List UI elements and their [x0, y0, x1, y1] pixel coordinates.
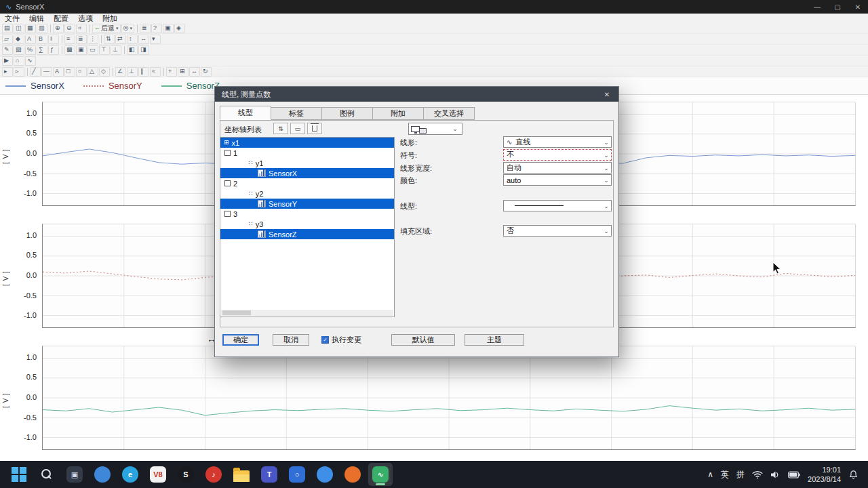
triangle-tool-button[interactable]: △ [87, 67, 98, 77]
angle-tool-button[interactable]: ∠ [115, 67, 126, 77]
sensorx-app[interactable]: ∿ [368, 463, 393, 486]
firefox-browser[interactable] [340, 463, 365, 486]
edge-browser[interactable]: e [118, 463, 142, 486]
menu-file[interactable]: 文件 [0, 14, 24, 23]
worksheet-button[interactable]: ▱ [2, 35, 13, 44]
approx-button[interactable]: ≈ [150, 67, 161, 77]
select-button[interactable]: ▸ [2, 67, 13, 77]
new-file-button[interactable]: ▤ [2, 24, 13, 33]
music-app[interactable]: ♪ [201, 463, 226, 486]
info-button[interactable]: ◈ [174, 24, 185, 33]
tree-item-sensorx[interactable]: SensorX [220, 168, 394, 178]
layers-button[interactable]: ▩ [64, 45, 75, 55]
back-button[interactable]: ←后退▾ [92, 24, 121, 33]
menu-options[interactable]: 选项 [73, 14, 98, 23]
zoom-box-button[interactable]: ⊞ [178, 67, 189, 77]
swap-button[interactable]: ⇄ [115, 35, 126, 44]
edit-pencil-button[interactable]: ✎ [2, 45, 13, 55]
pattern-button[interactable]: ▧ [14, 45, 24, 55]
lock-right-button[interactable]: ◨ [138, 45, 149, 55]
group-button[interactable]: ▣ [76, 45, 87, 55]
diamond-tool-button[interactable]: ◇ [99, 67, 110, 77]
help-button[interactable]: ? [151, 24, 162, 33]
rename-button[interactable]: ▭ [290, 123, 305, 134]
line-width-select[interactable]: 自动⌄ [503, 162, 612, 174]
tree-item-3[interactable]: 3 [220, 209, 394, 219]
pan-tool-button[interactable]: ↔ [189, 67, 200, 77]
crosshair-button[interactable]: + [166, 67, 177, 77]
text-tool-button[interactable]: A [53, 67, 64, 77]
pointer-tool-button[interactable]: ▶ [2, 56, 13, 66]
lasso-button[interactable]: ▹ [14, 67, 24, 77]
hline-tool-button[interactable]: — [41, 67, 52, 77]
font-button[interactable]: A [25, 35, 36, 44]
start-button[interactable] [7, 463, 31, 486]
align-bottom-button[interactable]: ⊥ [111, 45, 121, 55]
zoom-out-button[interactable]: ⊖ [64, 24, 75, 33]
language-indicator[interactable]: 英 [721, 469, 729, 481]
tab-labels[interactable]: 标签 [271, 107, 322, 120]
tree-item-sensorz[interactable]: SensorZ [220, 229, 394, 239]
align-top-button[interactable]: ⊤ [99, 45, 110, 55]
pin-button[interactable]: ◆ [14, 35, 24, 44]
symbol-select[interactable]: 不⌄ [503, 149, 612, 161]
tab-extras[interactable]: 附加 [372, 107, 424, 120]
minimize-button[interactable]: — [807, 0, 827, 14]
dialog-titlebar[interactable]: 线型, 测量点数 ✕ [215, 87, 618, 102]
steam-app[interactable]: S [174, 463, 198, 486]
save-button[interactable]: ▦ [25, 24, 36, 33]
expand-v-button[interactable]: ↕ [127, 35, 138, 44]
tree-h-scrollbar[interactable] [221, 310, 393, 316]
tree-item-y2[interactable]: ∷y2 [220, 188, 394, 199]
search-button[interactable] [35, 463, 59, 486]
refresh-button[interactable]: ↻ [201, 67, 212, 77]
apply-changes-checkbox[interactable]: ✓ [321, 336, 329, 344]
perpendicular-button[interactable]: ⊥ [127, 67, 138, 77]
italic-button[interactable]: I [48, 35, 59, 44]
function-button[interactable]: ƒ [48, 45, 59, 55]
list-button[interactable]: ⋮ [87, 35, 98, 44]
parallel-button[interactable]: ∥ [138, 67, 149, 77]
scrollbar-thumb[interactable] [222, 310, 251, 315]
taskbar-clock[interactable]: 19:01 2023/8/14 [808, 465, 841, 485]
target-button[interactable]: ◎▾ [121, 24, 134, 33]
battery-icon[interactable] [788, 471, 800, 479]
legend-item-sensory[interactable]: SensorY [83, 81, 142, 91]
line-shape-select[interactable]: ∿直线⌄ [503, 136, 612, 148]
tree-item-y1[interactable]: ∷y1 [220, 158, 394, 168]
ime-indicator[interactable]: 拼 [736, 469, 745, 481]
menu-edit[interactable]: 编辑 [24, 14, 49, 23]
expand-h-button[interactable]: ↔ [138, 35, 149, 44]
home-view-button[interactable]: ⌂ [14, 56, 24, 66]
tray-expand-icon[interactable]: ∧ [707, 470, 713, 479]
align-left-button[interactable]: ≡ [64, 35, 75, 44]
teams-app[interactable]: T [257, 463, 281, 486]
close-button[interactable]: ✕ [848, 0, 868, 14]
sort-button[interactable]: ⇅ [104, 35, 115, 44]
ellipse-tool-button[interactable]: ○ [76, 67, 87, 77]
tree-item-x1[interactable]: ⊞x1 [220, 138, 394, 148]
lock-left-button[interactable]: ◧ [127, 45, 138, 55]
wifi-icon[interactable] [752, 470, 763, 479]
tree-item-1[interactable]: 1 [220, 148, 394, 158]
dropdown-button[interactable]: ▾ [150, 35, 161, 44]
menu-config[interactable]: 配置 [49, 14, 73, 23]
theme-button[interactable]: 主题 [465, 334, 524, 346]
window-layout-button[interactable]: ▣ [163, 24, 174, 33]
rect-tool-button[interactable]: □ [64, 67, 75, 77]
tab-cross-select[interactable]: 交叉选择 [423, 107, 475, 120]
widgets-app[interactable] [90, 463, 115, 486]
align-justify-button[interactable]: ≣ [76, 35, 87, 44]
pro-v8-app[interactable]: V8 [146, 463, 170, 486]
tab-legend[interactable]: 图例 [321, 107, 373, 120]
open-file-button[interactable]: ◫ [14, 24, 24, 33]
grid-view-button[interactable]: ⌗ [76, 24, 87, 33]
dialog-close-button[interactable]: ✕ [595, 87, 618, 102]
tree-item-2[interactable]: 2 [220, 178, 394, 188]
notification-icon[interactable] [848, 470, 859, 480]
defaults-button[interactable]: 默认值 [391, 334, 455, 346]
legend-item-sensorx[interactable]: SensorX [5, 81, 64, 91]
bold-button[interactable]: B [37, 35, 47, 44]
print-button[interactable]: ▥ [37, 24, 47, 33]
fill-area-select[interactable]: 否⌄ [503, 225, 612, 237]
